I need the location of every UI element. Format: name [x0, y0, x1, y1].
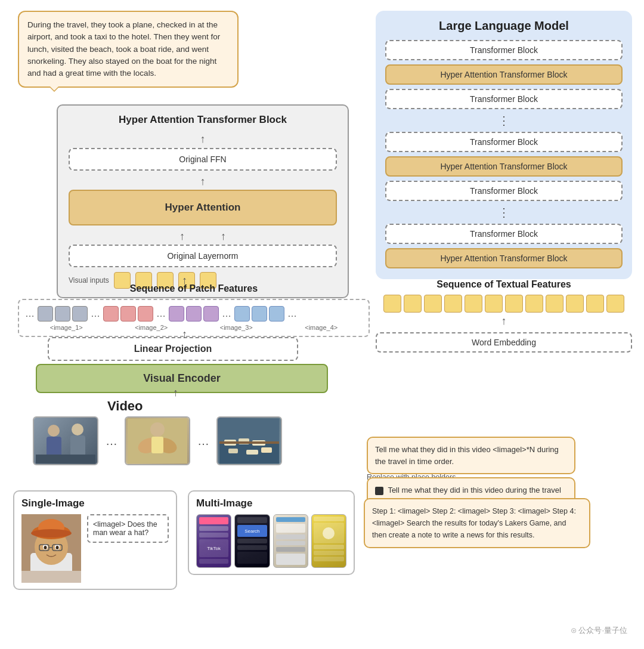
man-photo — [21, 514, 81, 583]
llm-blocks: Transformer Block Hyper Attention Transf… — [385, 40, 623, 268]
tf-box-10 — [566, 295, 584, 313]
patch-row: … … … … … — [24, 306, 364, 322]
pb-g2-2 — [120, 306, 136, 322]
pg-label-4: <image_4> — [305, 324, 338, 331]
multi-image-title: Multi-Image — [196, 497, 346, 509]
pd1: … — [24, 308, 36, 319]
svg-point-0 — [48, 425, 60, 437]
tf-box-6 — [485, 295, 503, 313]
svg-rect-3 — [70, 435, 85, 458]
pb-g4-1 — [234, 306, 250, 322]
interleaved-box1: Tell me what they did in this video <lim… — [367, 437, 575, 474]
pg-label-2: <image_2> — [135, 324, 168, 331]
thumb-4 — [311, 514, 346, 568]
llm-dots-2: ⋮ — [385, 206, 623, 218]
pb-g1-3 — [72, 306, 88, 322]
llm-section: Large Language Model Transformer Block H… — [376, 11, 632, 279]
pb-g1-1 — [38, 306, 53, 322]
hyper-attention-block: Hyper Attention — [69, 190, 337, 225]
pb-g2-1 — [103, 306, 119, 322]
arrow-video-to-ve: ↑ — [173, 387, 178, 399]
tf-box-9 — [546, 295, 564, 313]
patch-labels-row: <image_1> <image_2> <image_3> <image_4> — [24, 324, 364, 331]
pb-g3-2 — [186, 306, 202, 322]
svg-point-27 — [44, 546, 47, 549]
llm-block-ha-1: Hyper Attention Transformer Block — [385, 64, 623, 85]
svg-point-24 — [31, 529, 72, 537]
svg-rect-17 — [261, 447, 272, 453]
svg-rect-18 — [219, 441, 279, 444]
thumb-3 — [273, 514, 308, 568]
thumb-1: TikTok — [196, 514, 231, 568]
tf-box-4 — [444, 295, 462, 313]
arrow-lp-to-patch: ↑ — [182, 328, 187, 341]
llm-block-3: Transformer Block — [385, 132, 623, 152]
visual-encoder-box: Visual Encoder — [36, 364, 328, 393]
tf-box-11 — [586, 295, 604, 313]
single-image-row: <limagel> Does the man wear a hat? — [21, 514, 169, 583]
pd5: … — [286, 308, 298, 319]
pb-g3-3 — [203, 306, 219, 322]
tf-box-7 — [505, 295, 523, 313]
pd2: … — [89, 308, 101, 319]
tf-box-8 — [525, 295, 543, 313]
pb-g1-2 — [55, 306, 70, 322]
arrow-up-ha: ↑ — [69, 175, 337, 188]
llm-title: Large Language Model — [385, 19, 623, 33]
llm-block-ha-3: Hyper Attention Transformer Block — [385, 248, 623, 268]
word-embedding-box: Word Embedding — [376, 332, 632, 353]
patch-features-label: Sequence of Patch Features — [18, 283, 370, 294]
tf-box-1 — [383, 295, 401, 313]
svg-point-2 — [72, 424, 83, 435]
pb-g4-2 — [252, 306, 267, 322]
tf-box-3 — [424, 295, 442, 313]
frame-hands-inner — [126, 418, 189, 464]
svg-rect-4 — [36, 455, 95, 463]
speech-bubble-text: During the travel, they took a plane, ch… — [27, 20, 220, 78]
arrow-patch-to-ha: ↑ — [182, 274, 187, 287]
ha-transformer-block: Hyper Attention Transformer Block ↑ Orig… — [57, 104, 349, 298]
video-frame-2 — [125, 416, 190, 465]
llm-dots-1: ⋮ — [385, 115, 623, 126]
arrow-up-word-emb: ↑ — [376, 315, 632, 327]
textual-features-section: Sequence of Textual Features ↑ Word Embe… — [376, 279, 632, 353]
arrows-up-row: ↑↑ — [69, 230, 337, 243]
textual-features-label: Sequence of Textual Features — [376, 279, 632, 290]
frame-men-inner — [34, 418, 97, 464]
pb-g4-3 — [269, 306, 284, 322]
svg-rect-16 — [246, 450, 258, 455]
pg-label-1: <image_1> — [50, 324, 83, 331]
single-image-question: <limagel> Does the man wear a hat? — [87, 514, 169, 543]
placeholder-icon — [375, 487, 383, 495]
llm-block-2: Transformer Block — [385, 89, 623, 109]
single-image-section: Single-Image — [13, 490, 177, 590]
single-image-title: Single-Image — [21, 497, 169, 509]
svg-rect-8 — [151, 437, 163, 453]
llm-block-5: Transformer Block — [385, 224, 623, 244]
patch-features-section: Sequence of Patch Features … … … … — [18, 283, 370, 337]
pg-label-3: <image_3> — [220, 324, 253, 331]
tf-box-12 — [606, 295, 624, 313]
video-frame-3 — [216, 416, 282, 465]
ha-transformer-title: Hyper Attention Transformer Block — [69, 114, 337, 126]
video-frames: … … — [33, 416, 364, 465]
multi-image-section: Multi-Image TikTok Search — [188, 490, 355, 575]
svg-rect-32 — [21, 571, 81, 583]
linear-projection-box: Linear Projection — [48, 337, 298, 361]
llm-block-ha-2: Hyper Attention Transformer Block — [385, 156, 623, 177]
patch-features-box: … … … … … < — [18, 299, 370, 337]
original-layernorm-block: Original Layernorm — [69, 245, 337, 267]
speech-bubble: During the travel, they took a plane, ch… — [18, 11, 239, 88]
tf-box-5 — [465, 295, 482, 313]
svg-rect-15 — [228, 449, 238, 453]
video-frame-1 — [33, 416, 98, 465]
video-label: Video — [107, 398, 143, 414]
frame-boats-inner — [218, 418, 281, 464]
pd3: … — [155, 308, 167, 319]
pd4: … — [221, 308, 233, 319]
thumb-2: Search — [234, 514, 270, 568]
pb-g2-3 — [138, 306, 153, 322]
svg-rect-1 — [47, 437, 61, 458]
video-dots-2: … — [195, 434, 212, 448]
video-dots-1: … — [103, 434, 120, 448]
